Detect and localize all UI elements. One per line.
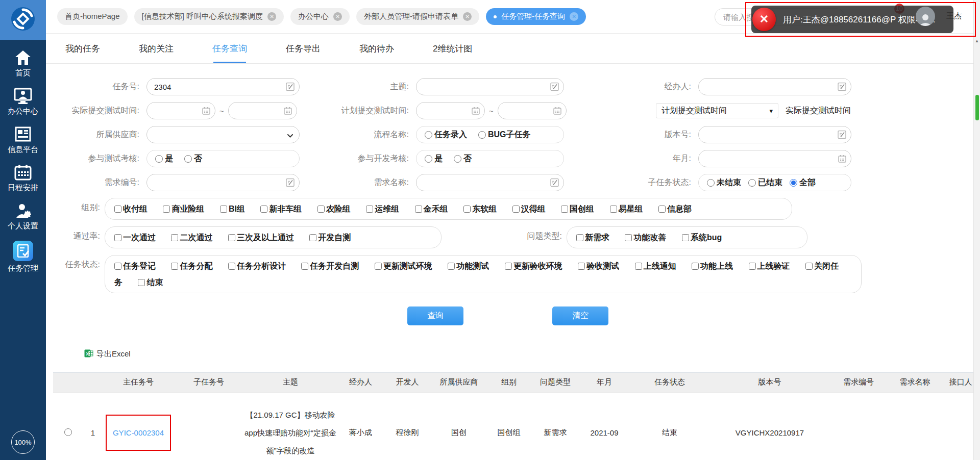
group-option[interactable]: 国创组	[561, 205, 594, 213]
time-type-select[interactable]: 计划提交测试时间 ▾	[656, 103, 778, 118]
supplier-select[interactable]	[146, 126, 300, 143]
plan-test-start-input[interactable]	[423, 107, 470, 115]
tab-2d-stats[interactable]: 2维统计图	[413, 34, 492, 63]
username-label[interactable]: 王杰	[946, 11, 962, 21]
edit-icon[interactable]	[550, 83, 559, 91]
plan-test-end-input[interactable]	[504, 107, 552, 115]
subtask-status-all[interactable]: 全部	[790, 177, 816, 188]
tab-task-query[interactable]: 任务查询	[193, 34, 266, 63]
scrollbar[interactable]: ▲	[973, 0, 980, 460]
session-tab-callcenter[interactable]: [信息技术部] 呼叫中心系统报案调度 ✕	[134, 8, 284, 25]
group-option[interactable]: 信息部	[658, 205, 692, 213]
sidebar-item-info-platform[interactable]: 信息平台	[0, 126, 46, 155]
tab-my-follows[interactable]: 我的关注	[119, 34, 193, 63]
subtask-status-finished[interactable]: 已结束	[748, 177, 782, 188]
export-excel-label: 导出Excel	[96, 349, 131, 359]
issue-type-option[interactable]: 新需求	[576, 233, 609, 242]
dev-assess-no[interactable]: 否	[454, 154, 472, 164]
edit-icon[interactable]	[838, 131, 846, 139]
edit-icon[interactable]	[550, 178, 559, 187]
group-option[interactable]: 农险组	[317, 205, 351, 213]
test-assess-no[interactable]: 否	[184, 154, 202, 164]
avatar[interactable]	[916, 7, 935, 26]
pass-rate-option[interactable]: 三次及以上通过	[228, 233, 294, 242]
scrollbar-thumb[interactable]	[975, 95, 979, 120]
session-tab-office[interactable]: 办公中心 ✕	[290, 8, 350, 25]
task-status-option[interactable]: 结束	[138, 278, 163, 287]
session-tab-external-staff[interactable]: 外部人员管理-请假申请表单 ✕	[356, 8, 479, 25]
req-name-input[interactable]	[424, 178, 547, 187]
task-status-option[interactable]: 任务分配	[171, 262, 212, 270]
group-option[interactable]: 收付组	[114, 205, 148, 213]
sidebar-item-office-center[interactable]: 办公中心	[0, 88, 46, 116]
pass-rate-option[interactable]: 一次通过	[114, 233, 156, 242]
group-option[interactable]: 东软组	[463, 205, 497, 213]
task-no-input[interactable]	[154, 83, 283, 91]
task-status-option[interactable]: 功能上线	[692, 262, 733, 270]
tab-my-tasks[interactable]: 我的任务	[46, 34, 119, 63]
close-icon[interactable]: ✕	[267, 12, 276, 21]
group-option[interactable]: 汉得组	[512, 205, 546, 213]
group-option[interactable]: 金禾组	[415, 205, 448, 213]
pass-rate-option[interactable]: 二次通过	[171, 233, 212, 242]
session-tab-task-query[interactable]: 任务管理-任务查询 ✕	[486, 8, 586, 25]
app-logo[interactable]	[0, 0, 46, 40]
issue-type-option[interactable]: 功能改善	[625, 233, 666, 242]
group-option[interactable]: 易星组	[610, 205, 643, 213]
calendar-icon[interactable]	[472, 107, 480, 115]
task-status-option[interactable]: 验收测试	[578, 262, 619, 270]
task-status-option[interactable]: 任务开发自测	[301, 262, 359, 270]
task-status-option[interactable]: 更新测试环境	[375, 262, 432, 270]
sidebar-item-task-management[interactable]: 任务管理	[0, 241, 46, 273]
session-tab-home[interactable]: 首页-homePage	[57, 8, 128, 25]
actual-test-start-input[interactable]	[153, 107, 201, 115]
row-select-radio[interactable]	[64, 428, 72, 436]
export-excel-link[interactable]: X 导出Excel	[84, 349, 131, 360]
task-status-option[interactable]: 上线通知	[635, 262, 676, 270]
sidebar-item-personal-settings[interactable]: 个人设置	[0, 202, 46, 231]
actual-test-end-input[interactable]	[235, 107, 282, 115]
task-status-option[interactable]: 更新验收环境	[505, 262, 562, 270]
query-button[interactable]: 查询	[407, 306, 463, 325]
main-task-link[interactable]: GYIC-0002304	[113, 428, 164, 437]
month-input[interactable]	[706, 155, 835, 163]
zoom-level-badge[interactable]: 100%	[11, 430, 35, 454]
actual-test-end-wrap	[228, 102, 297, 119]
group-option[interactable]: 新非车组	[260, 205, 302, 213]
task-no-field-wrap	[146, 78, 300, 95]
sidebar-item-schedule[interactable]: 日程安排	[0, 164, 46, 193]
handler-input[interactable]	[706, 83, 835, 91]
close-icon[interactable]: ✕	[463, 12, 472, 21]
task-status-option[interactable]: 任务分析设计	[228, 262, 286, 270]
clear-button[interactable]: 清空	[552, 306, 608, 325]
tab-task-export[interactable]: 任务导出	[266, 34, 340, 63]
task-status-option[interactable]: 功能测试	[448, 262, 489, 270]
calendar-icon[interactable]	[838, 155, 846, 163]
calendar-icon[interactable]	[202, 107, 210, 115]
flow-option-bug-subtask[interactable]: BUG子任务	[478, 130, 531, 140]
group-option[interactable]: BI组	[220, 205, 245, 213]
scrollbar-up-icon[interactable]: ▲	[974, 39, 980, 43]
tab-my-todo[interactable]: 我的待办	[340, 34, 413, 63]
group-option[interactable]: 商业险组	[163, 205, 204, 213]
task-status-option[interactable]: 上线验证	[749, 262, 790, 270]
subject-input[interactable]	[424, 83, 547, 91]
flow-option-task-entry[interactable]: 任务录入	[425, 130, 467, 140]
req-no-input[interactable]	[154, 178, 283, 187]
edit-icon[interactable]	[286, 178, 295, 187]
task-status-option[interactable]: 任务登记	[114, 262, 156, 270]
group-option[interactable]: 运维组	[366, 205, 399, 213]
test-assess-yes[interactable]: 是	[155, 154, 173, 164]
sidebar-item-home[interactable]: 首页	[0, 49, 46, 78]
edit-icon[interactable]	[838, 83, 846, 91]
issue-type-option[interactable]: 系统bug	[682, 233, 722, 242]
close-icon[interactable]: ✕	[333, 12, 342, 21]
calendar-icon[interactable]	[284, 107, 292, 115]
subtask-status-unfinished[interactable]: 未结束	[707, 177, 741, 188]
version-input[interactable]	[706, 131, 835, 139]
close-icon[interactable]: ✕	[570, 12, 578, 21]
pass-rate-option[interactable]: 开发自测	[309, 233, 351, 242]
edit-icon[interactable]	[286, 83, 295, 91]
calendar-icon[interactable]	[553, 107, 561, 115]
dev-assess-yes[interactable]: 是	[425, 154, 443, 164]
